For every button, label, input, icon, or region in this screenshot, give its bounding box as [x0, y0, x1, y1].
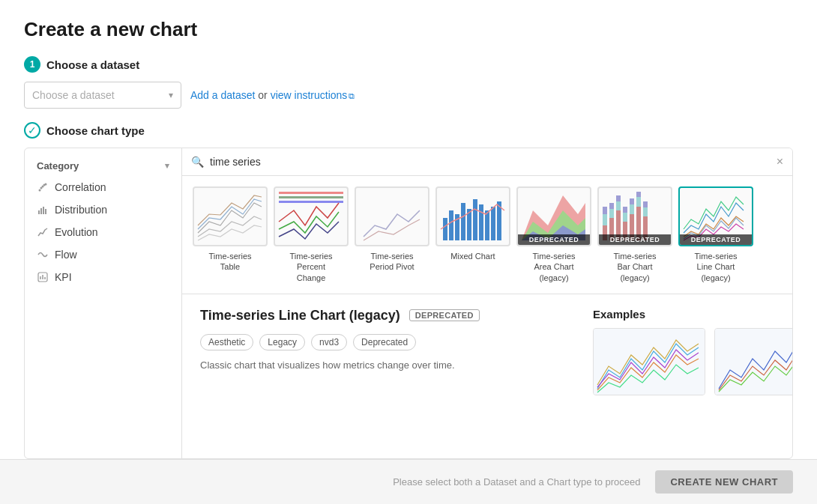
svg-rect-8: [45, 209, 46, 214]
deprecated-tag: DEPRECATED: [409, 309, 480, 321]
dataset-row: Choose a dataset ▾ Add a dataset or view…: [24, 82, 793, 109]
footer-bar: Please select both a Dataset and a Chart…: [0, 459, 817, 504]
svg-rect-15: [279, 201, 343, 203]
create-new-chart-button[interactable]: CREATE NEW CHART: [655, 470, 793, 494]
dataset-select-placeholder: Choose a dataset: [32, 89, 115, 101]
chart-card-name: Mixed Chart: [450, 251, 495, 261]
chart-card-time-series-bar[interactable]: DEPRECATED Time-seriesBar Chart(legacy): [597, 186, 672, 283]
chart-thumb-time-series-period: [355, 186, 429, 246]
chart-card-time-series-percent[interactable]: Time-seriesPercentChange: [274, 186, 349, 283]
detail-body: Time-series Line Chart (legacy) DEPRECAT…: [200, 308, 774, 395]
svg-rect-31: [603, 207, 607, 214]
svg-point-4: [45, 183, 47, 186]
sidebar-item-correlation-label: Correlation: [55, 181, 106, 193]
correlation-icon: [37, 181, 49, 193]
deprecated-badge: DEPRECATED: [599, 234, 671, 245]
svg-rect-43: [630, 198, 634, 204]
svg-rect-14: [279, 196, 343, 198]
flow-icon: [37, 249, 49, 261]
sidebar-item-kpi-label: KPI: [55, 271, 72, 283]
examples-title: Examples: [593, 308, 792, 321]
svg-rect-30: [603, 214, 607, 225]
svg-rect-42: [630, 204, 634, 214]
sidebar-item-evolution[interactable]: Evolution: [25, 221, 181, 243]
step-dataset-row: 1 Choose a dataset: [24, 56, 793, 73]
sidebar-item-distribution-label: Distribution: [55, 204, 107, 216]
search-input[interactable]: [210, 156, 771, 168]
chevron-down-icon: ▾: [169, 90, 173, 100]
sidebar-item-flow-label: Flow: [55, 249, 77, 261]
detail-panel: Time-series Line Chart (legacy) DEPRECAT…: [182, 294, 792, 409]
charts-grid: Time-seriesTable: [182, 176, 792, 294]
chart-card-name: Time-seriesPeriod Pivot: [370, 251, 414, 273]
svg-rect-16: [443, 218, 447, 240]
sidebar-item-flow[interactable]: Flow: [25, 243, 181, 266]
svg-rect-33: [609, 209, 614, 218]
svg-rect-34: [609, 203, 614, 209]
sidebar-item-correlation[interactable]: Correlation: [25, 176, 181, 198]
sidebar-item-evolution-label: Evolution: [55, 226, 98, 238]
svg-rect-22: [479, 204, 483, 240]
close-icon[interactable]: ×: [777, 156, 783, 168]
chart-thumb-time-series-line: DEPRECATED: [678, 186, 753, 246]
chart-card-name: Time-seriesLine Chart(legacy): [694, 251, 737, 283]
svg-point-0: [39, 189, 41, 192]
step-charttype-row: ✓ Choose chart type: [24, 122, 793, 139]
svg-rect-7: [43, 207, 44, 214]
dataset-select[interactable]: Choose a dataset ▾: [24, 82, 181, 109]
detail-title: Time-series Line Chart (legacy): [200, 308, 400, 324]
detail-right: Examples: [593, 308, 792, 395]
example-thumb-2: [714, 328, 792, 395]
page-title: Create a new chart: [24, 18, 793, 41]
svg-rect-13: [279, 192, 343, 194]
chart-thumb-mixed: [435, 186, 510, 246]
chart-thumb-time-series-table: [193, 186, 268, 246]
svg-rect-36: [616, 201, 621, 210]
svg-rect-21: [473, 199, 477, 240]
chart-card-time-series-period[interactable]: Time-seriesPeriod Pivot: [355, 186, 429, 283]
deprecated-badge: DEPRECATED: [680, 234, 752, 245]
distribution-icon: [37, 204, 49, 216]
chart-card-mixed[interactable]: Mixed Chart: [435, 186, 510, 283]
tag-legacy[interactable]: Legacy: [259, 334, 305, 350]
svg-rect-24: [491, 207, 495, 240]
svg-rect-46: [636, 192, 641, 197]
view-instructions-link[interactable]: view instructions⧉: [271, 89, 355, 101]
evolution-icon: [37, 226, 49, 238]
svg-rect-45: [636, 197, 641, 207]
external-link-icon: ⧉: [349, 91, 355, 100]
chart-type-section: Category ▾ Correlation Distribution: [24, 148, 793, 459]
chart-card-time-series-table[interactable]: Time-seriesTable: [193, 186, 268, 283]
kpi-icon: [37, 271, 49, 283]
tag-nvd3[interactable]: nvd3: [311, 334, 347, 350]
svg-rect-39: [623, 213, 627, 222]
sidebar-item-distribution[interactable]: Distribution: [25, 198, 181, 221]
examples-grid: [593, 328, 792, 395]
svg-rect-50: [594, 329, 705, 395]
examples-section: Examples: [593, 308, 792, 395]
tag-deprecated[interactable]: Deprecated: [353, 334, 416, 350]
svg-rect-19: [461, 203, 465, 240]
add-dataset-link[interactable]: Add a dataset: [190, 89, 255, 101]
search-icon: 🔍: [191, 156, 204, 168]
detail-description: Classic chart that visualizes how metric…: [200, 359, 575, 371]
sidebar-item-kpi[interactable]: KPI: [25, 266, 181, 288]
example-thumb-1: [593, 328, 705, 395]
dataset-links: Add a dataset or view instructions⧉: [190, 89, 355, 101]
svg-rect-6: [40, 208, 42, 214]
detail-tags: Aesthetic Legacy nvd3 Deprecated: [200, 334, 575, 350]
step-1-label: Choose a dataset: [46, 58, 139, 71]
category-header[interactable]: Category ▾: [25, 156, 181, 176]
step-2-label: Choose chart type: [46, 124, 145, 137]
detail-left: Time-series Line Chart (legacy) DEPRECAT…: [200, 308, 575, 395]
svg-rect-5: [38, 210, 40, 214]
chart-card-time-series-area[interactable]: DEPRECATED Time-seriesArea Chart(legacy): [516, 186, 591, 283]
svg-rect-48: [643, 207, 648, 216]
chart-card-time-series-line[interactable]: DEPRECATED Time-seriesLine Chart(legacy): [678, 186, 753, 283]
tag-aesthetic[interactable]: Aesthetic: [200, 334, 253, 350]
step-1-badge: 1: [24, 56, 40, 73]
svg-rect-51: [715, 329, 792, 395]
svg-rect-49: [643, 201, 648, 207]
chart-card-name: Time-seriesArea Chart(legacy): [532, 251, 575, 283]
step-check-icon: ✓: [24, 122, 40, 139]
